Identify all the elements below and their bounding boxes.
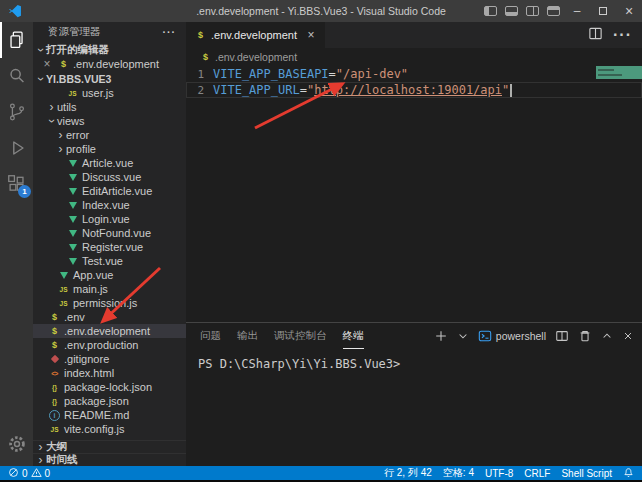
code-editor[interactable]: 1VITE_APP_BASEAPI="/api-dev"2VITE_APP_UR… [186, 66, 642, 322]
run-debug-icon [6, 137, 28, 159]
activity-extensions[interactable]: 1 [0, 166, 33, 202]
tree-item-package-lock.json[interactable]: package-lock.json [33, 380, 186, 394]
indentation[interactable]: 空格: 4 [443, 466, 474, 480]
open-editor-item[interactable]: .env.development [33, 57, 186, 71]
maximize-panel-icon[interactable] [601, 330, 613, 342]
tree-item-label: error [66, 129, 89, 141]
breadcrumb[interactable]: .env.development [186, 48, 642, 66]
close-button[interactable] [616, 0, 642, 22]
js-file-icon [66, 87, 79, 99]
activity-settings[interactable] [0, 426, 33, 462]
tree-item-main.js[interactable]: main.js [33, 282, 186, 296]
split-terminal-icon[interactable] [555, 329, 569, 343]
tree-item-label: NotFound.vue [82, 227, 151, 239]
tree-item-error[interactable]: error [33, 128, 186, 142]
code-line-2[interactable]: 2VITE_APP_URL="http://localhost:19001/ap… [186, 82, 642, 98]
terminal[interactable]: PS D:\CSharp\Yi\Yi.BBS.Vue3> [186, 349, 642, 371]
tree-item-app.vue[interactable]: App.vue [33, 268, 186, 282]
panel-tab-调试控制台[interactable]: 调试控制台 [274, 323, 327, 349]
breadcrumb-item[interactable]: .env.development [215, 51, 297, 63]
panel-tab-输出[interactable]: 输出 [237, 323, 258, 349]
toggle-primary-sidebar-icon[interactable] [484, 6, 497, 16]
extensions-badge: 1 [18, 185, 31, 198]
activity-search[interactable] [0, 58, 33, 94]
tree-item-register.vue[interactable]: Register.vue [33, 240, 186, 254]
git-branch-icon [6, 101, 28, 123]
tree-item-package.json[interactable]: package.json [33, 394, 186, 408]
section-时间线[interactable]: 时间线 [33, 453, 186, 466]
tree-item-.env.production[interactable]: .env.production [33, 338, 186, 352]
tab-env-development[interactable]: .env.development [186, 22, 325, 48]
activity-source-control[interactable] [0, 94, 33, 130]
tree-item-label: profile [66, 143, 96, 155]
tree-item-label: README.md [64, 409, 129, 421]
tree-item-readme.md[interactable]: README.md [33, 408, 186, 422]
panel-tab-问题[interactable]: 问题 [200, 323, 221, 349]
code-line-1[interactable]: 1VITE_APP_BASEAPI="/api-dev" [186, 66, 642, 82]
tree-item-article.vue[interactable]: Article.vue [33, 156, 186, 170]
activity-run-debug[interactable] [0, 130, 33, 166]
env-file-icon [57, 58, 70, 70]
cursor-position[interactable]: 行 2, 列 42 [384, 466, 432, 480]
toggle-panel-icon[interactable] [505, 6, 518, 16]
tree-item-test.vue[interactable]: Test.vue [33, 254, 186, 268]
tree-item-views[interactable]: views [33, 114, 186, 128]
problems-status[interactable]: 0 0 [8, 467, 50, 480]
env-file-icon [48, 339, 61, 351]
env-file-icon [194, 29, 207, 41]
tree-item-.gitignore[interactable]: .gitignore [33, 352, 186, 366]
tab-bar: .env.development [186, 22, 642, 48]
tree-item-utils[interactable]: utils [33, 100, 186, 114]
tree-item-index.vue[interactable]: Index.vue [33, 198, 186, 212]
tab-close-icon[interactable] [305, 28, 317, 42]
tree-item-editarticle.vue[interactable]: EditArticle.vue [33, 184, 186, 198]
vue-file-icon [66, 213, 79, 225]
language-mode[interactable]: Shell Script [561, 468, 612, 479]
line-number: 1 [186, 68, 213, 81]
editor-actions [588, 22, 642, 48]
tree-item-.env[interactable]: .env [33, 310, 186, 324]
tree-item-label: .env.production [64, 339, 138, 351]
tree-item-vite.config.js[interactable]: vite.config.js [33, 422, 186, 436]
notifications-bell-icon[interactable] [623, 467, 634, 480]
new-terminal-icon[interactable] [434, 329, 448, 343]
editor-more-actions-icon[interactable] [613, 26, 632, 44]
tree-item-user.js[interactable]: user.js [33, 86, 186, 100]
tree-item-.env.development[interactable]: .env.development [33, 324, 186, 338]
terminal-tab-powershell[interactable]: powershell [478, 329, 546, 343]
explorer-more-actions-icon[interactable] [163, 26, 177, 38]
terminal-dropdown-icon[interactable] [457, 330, 469, 342]
eol[interactable]: CRLF [524, 468, 550, 479]
customize-layout-icon[interactable] [547, 6, 560, 16]
vue-file-icon [66, 185, 79, 197]
json-file-icon [48, 381, 61, 393]
tree-item-notfound.vue[interactable]: NotFound.vue [33, 226, 186, 240]
tree-item-login.vue[interactable]: Login.vue [33, 212, 186, 226]
open-editors-section[interactable]: 打开的编辑器 [33, 42, 186, 57]
tree-item-profile[interactable]: profile [33, 142, 186, 156]
panel-tab-终端[interactable]: 终端 [343, 323, 364, 349]
tree-item-discuss.vue[interactable]: Discuss.vue [33, 170, 186, 184]
code-text: VITE_APP_URL="http://localhost:19001/api… [213, 83, 512, 97]
section-大纲[interactable]: 大纲 [33, 440, 186, 453]
maximize-button[interactable] [590, 0, 616, 22]
minimize-button[interactable] [564, 0, 590, 22]
vscode-window: .env.development - Yi.BBS.Vue3 - Visual … [0, 0, 642, 482]
chevron-collapsed-icon [55, 142, 66, 156]
minimap-line [598, 69, 614, 71]
tree-item-label: EditArticle.vue [82, 185, 152, 197]
split-editor-icon[interactable] [588, 26, 603, 45]
toggle-secondary-sidebar-icon[interactable] [526, 6, 539, 16]
env-file-icon [48, 325, 61, 337]
activity-explorer[interactable] [0, 22, 33, 58]
encoding[interactable]: UTF-8 [485, 468, 513, 479]
tree-item-permission.js[interactable]: permission.js [33, 296, 186, 310]
panel-tabs: 问题输出调试控制台终端 [200, 323, 364, 349]
minimap[interactable] [596, 66, 642, 136]
tree-item-index.html[interactable]: index.html [33, 366, 186, 380]
tree-item-label: .env [64, 311, 85, 323]
project-root-header[interactable]: YI.BBS.VUE3 [33, 71, 186, 86]
close-panel-icon[interactable] [622, 330, 634, 342]
close-editor-icon[interactable] [41, 57, 53, 71]
kill-terminal-icon[interactable] [578, 329, 592, 343]
